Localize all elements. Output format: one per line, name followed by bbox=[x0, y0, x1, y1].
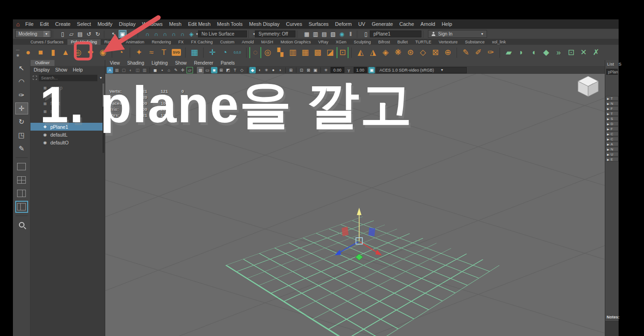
lasso-tool[interactable]: ◠ bbox=[15, 76, 28, 88]
separate-icon[interactable]: ▥ bbox=[287, 47, 299, 59]
bevel-icon[interactable]: ◈ bbox=[379, 47, 391, 59]
delete-edge-icon[interactable]: ✕ bbox=[578, 47, 590, 59]
selected-menu[interactable]: S bbox=[619, 61, 621, 66]
lattice-icon[interactable]: ⊠ bbox=[429, 47, 441, 59]
shelf-tab-arnold[interactable]: Arnold bbox=[238, 39, 258, 45]
shelf-tab-turtle[interactable]: TURTLE bbox=[411, 39, 435, 45]
outliner-tab[interactable]: Outliner bbox=[30, 60, 54, 66]
yz-plane-handle[interactable] bbox=[368, 228, 375, 236]
menu-mesh[interactable]: Mesh bbox=[166, 21, 185, 27]
shelf-menu-icon[interactable]: — bbox=[16, 48, 20, 52]
live-surface-field[interactable]: No Live Surface bbox=[198, 30, 247, 37]
poly-cone-icon[interactable]: ▲ bbox=[60, 47, 72, 59]
menu-surfaces[interactable]: Surfaces bbox=[305, 21, 331, 27]
snap-view-plane-icon[interactable]: ∩ bbox=[179, 30, 187, 38]
shelf-tab-vray[interactable]: VRay bbox=[314, 39, 332, 45]
snap-projected-center-icon[interactable]: ∩ bbox=[170, 30, 178, 38]
combine-icon[interactable]: ▚ bbox=[274, 47, 286, 59]
attribute-section-0[interactable]: ▶T bbox=[606, 96, 619, 101]
attribute-section-2[interactable]: ▶F bbox=[606, 106, 619, 111]
multicut-diamond-icon[interactable]: ◇ bbox=[417, 47, 429, 59]
shelf-tab-substance[interactable]: Substance bbox=[461, 39, 488, 45]
last-tool-pen[interactable]: ✎ bbox=[15, 143, 28, 155]
modeling-toolkit-icon[interactable]: ▦ bbox=[188, 47, 200, 59]
conform-icon[interactable]: ◖ bbox=[528, 47, 540, 59]
shelf-tab-xol-link[interactable]: xol_link bbox=[488, 39, 510, 45]
render-settings-icon[interactable]: ▤ bbox=[320, 30, 328, 38]
shelf-tab-sculpting[interactable]: Sculpting bbox=[350, 39, 374, 45]
smooth-icon[interactable]: ◎ bbox=[262, 47, 274, 59]
input-line-icon[interactable]: ▯ bbox=[362, 30, 370, 38]
attribute-section-8[interactable]: ▶C bbox=[606, 137, 619, 141]
menu-create[interactable]: Create bbox=[52, 21, 74, 27]
center-green-diamond[interactable] bbox=[355, 254, 363, 260]
menu-set-dropdown[interactable]: Modeling ▼ bbox=[15, 30, 51, 38]
poly-cube-icon[interactable]: ■ bbox=[35, 47, 47, 59]
sphere-project-icon[interactable]: ⊕ bbox=[442, 47, 454, 59]
menu-mesh-display[interactable]: Mesh Display bbox=[246, 21, 283, 27]
extrude-icon[interactable]: ◭ bbox=[355, 47, 367, 59]
reduce-icon[interactable]: ▩ bbox=[312, 47, 324, 59]
quad-draw-icon[interactable]: ▰ bbox=[503, 47, 515, 59]
save-scene-icon[interactable]: ▤ bbox=[76, 30, 84, 38]
object-name-field[interactable]: pPlane1 bbox=[370, 30, 421, 37]
shelf-gear-icon[interactable]: ✱ bbox=[16, 54, 19, 58]
symmetry-field[interactable]: Symmetry: Off bbox=[255, 30, 295, 37]
bridge-icon[interactable]: ◮ bbox=[367, 47, 379, 59]
node-name-field[interactable]: pPlan bbox=[606, 69, 618, 75]
menu-edit[interactable]: Edit bbox=[37, 21, 52, 27]
shelf-tab-fx[interactable]: FX bbox=[175, 39, 187, 45]
shelf-tab-bifrost[interactable]: Bifrost bbox=[374, 39, 394, 45]
rotate-tool[interactable]: ↻ bbox=[15, 116, 28, 128]
crease-tool-icon[interactable]: ✎ bbox=[460, 47, 472, 59]
layout-single-pane[interactable] bbox=[15, 161, 28, 173]
layout-four-pane[interactable] bbox=[15, 174, 28, 186]
render-sequence-icon[interactable]: ▧ bbox=[329, 30, 337, 38]
attribute-section-12[interactable]: ▶E bbox=[606, 157, 619, 162]
menu-cache[interactable]: Cache bbox=[396, 21, 417, 27]
attribute-section-4[interactable]: ▶S bbox=[606, 116, 619, 121]
menu-help[interactable]: Help bbox=[439, 21, 456, 27]
ipr-render-icon[interactable]: ▥ bbox=[312, 30, 319, 38]
open-scene-icon[interactable]: ▱ bbox=[67, 30, 75, 38]
shrinkwrap-icon[interactable]: ◗ bbox=[515, 47, 527, 59]
recent-commands-icon[interactable]: ◔ bbox=[219, 47, 231, 59]
circularize-icon[interactable]: ◌ bbox=[249, 47, 261, 58]
attribute-section-9[interactable]: ▶A bbox=[606, 142, 619, 146]
menu-curves[interactable]: Curves bbox=[283, 21, 306, 27]
remesh-icon[interactable]: ⊡ bbox=[337, 47, 349, 58]
render-frame-icon[interactable]: ▦ bbox=[303, 30, 311, 38]
slide-edge-icon[interactable]: ✑ bbox=[485, 47, 497, 59]
svg-tool-icon[interactable]: SVG bbox=[170, 47, 182, 59]
menu-arnold[interactable]: Arnold bbox=[417, 21, 439, 27]
attribute-section-7[interactable]: ▶C bbox=[606, 132, 619, 136]
attribute-section-5[interactable]: ▶D bbox=[606, 121, 619, 126]
shelf-tab-xgen[interactable]: XGen bbox=[332, 39, 350, 45]
move-tool[interactable]: ✛ bbox=[15, 102, 28, 114]
mirror-icon[interactable]: ◪ bbox=[324, 47, 336, 59]
shelf-tab-vertexture[interactable]: Vertexture bbox=[435, 39, 461, 45]
attribute-section-10[interactable]: ▶N bbox=[606, 147, 619, 151]
viewport-menu-panels[interactable]: Panels bbox=[221, 60, 235, 66]
transfer-attrs-icon[interactable]: ◆ bbox=[540, 47, 552, 59]
attribute-section-11[interactable]: ▶U bbox=[606, 152, 619, 156]
make-live-icon[interactable]: ◈ bbox=[187, 30, 195, 38]
attribute-section-6[interactable]: ▶F bbox=[606, 126, 619, 131]
select-tool[interactable]: ↖ bbox=[15, 62, 28, 74]
menu-uv[interactable]: UV bbox=[355, 21, 368, 27]
scale-tool[interactable]: ◳ bbox=[15, 129, 28, 141]
edit-edge-flow-icon[interactable]: ✐ bbox=[472, 47, 484, 59]
shelf-tab-curves-surfaces[interactable]: Curves / Surfaces bbox=[27, 39, 67, 45]
attach-icon[interactable]: » bbox=[553, 47, 565, 59]
list-menu[interactable]: List bbox=[607, 61, 614, 66]
poly-cylinder-icon[interactable]: ▮ bbox=[47, 47, 59, 59]
new-scene-icon[interactable]: ▯ bbox=[59, 30, 66, 38]
layout-magnifier[interactable] bbox=[15, 219, 28, 231]
layout-outliner-persp[interactable] bbox=[15, 201, 28, 213]
pause-viewport-icon[interactable]: ‖ bbox=[347, 30, 355, 38]
delete-history-icon[interactable]: ✗ bbox=[590, 47, 602, 59]
fill-hole-icon[interactable]: ▦ bbox=[299, 47, 311, 59]
sign-in-button[interactable]: Sign In ▼ bbox=[428, 30, 487, 38]
origin-icon[interactable]: 0,0,0 bbox=[231, 47, 243, 59]
attribute-section-3[interactable]: ▶T bbox=[606, 111, 619, 116]
